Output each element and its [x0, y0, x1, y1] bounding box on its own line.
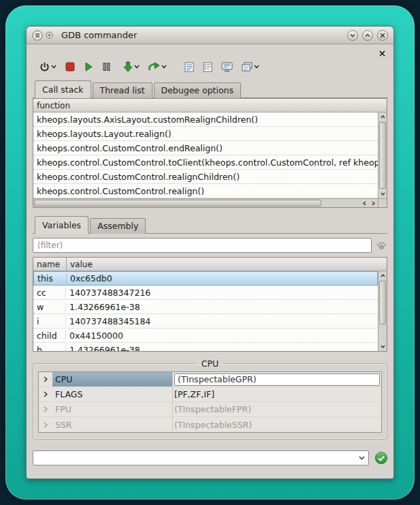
- tab-call-stack[interactable]: Call stack: [35, 80, 91, 98]
- call-stack-row[interactable]: kheops.layouts.AxisLayout.customRealignC…: [33, 112, 378, 127]
- pause-icon: [102, 62, 111, 72]
- variable-row-selected[interactable]: this 0xc65db0: [33, 271, 378, 286]
- cpu-row-value[interactable]: [PF,ZF,IF]: [172, 387, 381, 401]
- output-list-button[interactable]: [200, 60, 215, 74]
- decorative-frame: GDB commander: [5, 5, 415, 500]
- tab-variables[interactable]: Variables: [35, 216, 88, 234]
- value-column-header[interactable]: value: [67, 260, 96, 269]
- watch-monitor-button[interactable]: [219, 60, 236, 74]
- maximize-button[interactable]: [362, 30, 373, 41]
- call-stack-header[interactable]: function: [33, 99, 387, 112]
- pause-button[interactable]: [99, 60, 114, 74]
- stop-button[interactable]: [63, 60, 78, 74]
- scroll-right-icon[interactable]: [369, 199, 378, 208]
- dropdown-chevron-icon: [254, 65, 259, 69]
- tab-thread-list[interactable]: Thread list: [93, 82, 152, 98]
- cpu-row-label[interactable]: SSR: [52, 417, 172, 432]
- expand-chevron-icon[interactable]: [39, 376, 52, 382]
- cpu-row-label[interactable]: CPU: [52, 372, 172, 386]
- send-command-button[interactable]: [375, 452, 387, 464]
- menu-circle-icon[interactable]: [32, 30, 43, 41]
- titlebar[interactable]: GDB commander: [27, 27, 393, 44]
- name-column-header[interactable]: name: [33, 260, 66, 269]
- cpu-row-value[interactable]: (TInspectableSSR): [172, 417, 381, 432]
- scroll-thumb[interactable]: [379, 122, 386, 189]
- variable-row[interactable]: b 1.43266961e-38: [33, 343, 378, 351]
- dock-close-button[interactable]: [377, 48, 387, 58]
- cpu-row-value-editor[interactable]: (TInspectableGPR): [174, 373, 380, 386]
- cpu-row-fpu[interactable]: FPU (TInspectableFPR): [39, 402, 381, 417]
- combo-dropdown-icon[interactable]: [355, 451, 368, 465]
- debug-toolbar: [33, 57, 387, 76]
- cpu-row-value[interactable]: (TInspectableFPR): [172, 402, 381, 416]
- call-stack-panel: function kheops.layouts.AxisLayout.custo…: [33, 98, 387, 208]
- watch-monitor-icon: [221, 62, 233, 72]
- cpu-groupbox: CPU CPU (TInspectableGPR) FLAGS [PF,ZF,I…: [33, 358, 387, 440]
- filter-row: [33, 238, 387, 253]
- expand-chevron-icon[interactable]: [39, 406, 52, 412]
- cpu-row-ssr[interactable]: SSR (TInspectableSSR): [39, 417, 381, 432]
- step-into-icon: [123, 61, 133, 72]
- cpu-row-gpr[interactable]: CPU (TInspectableGPR): [39, 372, 381, 387]
- scroll-up-icon[interactable]: [378, 112, 387, 121]
- tab-assembly[interactable]: Assembly: [90, 218, 146, 234]
- variable-row[interactable]: w 1.43266961e-38: [33, 300, 378, 314]
- scroll-thumb[interactable]: [379, 281, 386, 324]
- power-button[interactable]: [37, 60, 59, 74]
- output-list-icon: [203, 62, 212, 72]
- call-stack-horizontal-scrollbar[interactable]: [33, 198, 387, 207]
- filter-input[interactable]: [33, 238, 372, 253]
- windows-cascade-button[interactable]: [239, 60, 262, 74]
- function-column-header[interactable]: function: [33, 101, 74, 110]
- gdb-command-input[interactable]: [33, 451, 355, 465]
- run-button[interactable]: [81, 60, 96, 74]
- gdb-commander-window: GDB commander: [26, 26, 394, 479]
- dropdown-chevron-icon: [161, 65, 167, 69]
- variable-row[interactable]: cc 140737488347216: [33, 286, 378, 300]
- call-stack-row[interactable]: kheops.control.CustomControl.realign(): [33, 184, 378, 198]
- breakpoints-doc-icon: [184, 62, 194, 72]
- close-button[interactable]: [377, 30, 388, 41]
- scroll-up-icon[interactable]: [378, 271, 387, 280]
- app-dot-icon: [46, 31, 53, 39]
- step-over-icon: [148, 62, 160, 72]
- scroll-left-icon[interactable]: [360, 199, 369, 208]
- step-into-button[interactable]: [120, 59, 142, 74]
- call-stack-vertical-scrollbar[interactable]: [378, 112, 387, 198]
- minimize-button[interactable]: [347, 30, 358, 41]
- power-icon: [39, 62, 50, 72]
- variable-row[interactable]: i 140737488345184: [33, 314, 378, 328]
- expand-chevron-icon[interactable]: [39, 391, 52, 397]
- stop-icon: [65, 62, 75, 72]
- expand-chevron-icon[interactable]: [39, 422, 52, 428]
- variables-vertical-scrollbar[interactable]: [378, 271, 387, 351]
- call-stack-row[interactable]: kheops.control.CustomControl.toClient(kh…: [33, 155, 378, 170]
- cpu-row-label[interactable]: FLAGS: [52, 387, 172, 401]
- tab-debugee-options[interactable]: Debugee options: [154, 82, 242, 98]
- mid-tabbar: Variables Assembly: [33, 217, 387, 234]
- call-stack-row[interactable]: kheops.control.CustomControl.endRealign(…: [33, 141, 378, 155]
- scroll-thumb[interactable]: [34, 200, 321, 206]
- call-stack-row[interactable]: kheops.control.CustomControl.realignChil…: [33, 170, 378, 184]
- ok-check-icon: [378, 455, 385, 461]
- window-title: GDB commander: [61, 30, 137, 40]
- variables-rows: this 0xc65db0 cc 140737488347216 w 1.432…: [33, 271, 378, 351]
- run-icon: [84, 62, 93, 72]
- call-stack-row[interactable]: kheops.layouts.Layout.realign(): [33, 127, 378, 141]
- windows-cascade-icon: [242, 62, 253, 72]
- scrollbar-corner: [378, 199, 387, 207]
- gdb-command-combobox[interactable]: [33, 450, 369, 465]
- dropdown-chevron-icon: [51, 65, 56, 69]
- step-over-button[interactable]: [146, 60, 169, 74]
- cpu-row-label[interactable]: FPU: [52, 402, 172, 416]
- scroll-down-icon[interactable]: [378, 342, 387, 351]
- variables-header[interactable]: name value: [33, 258, 387, 271]
- filter-paw-icon[interactable]: [376, 241, 387, 250]
- breakpoints-button[interactable]: [182, 60, 197, 74]
- cpu-inspector: CPU (TInspectableGPR) FLAGS [PF,ZF,IF] F…: [38, 371, 382, 433]
- command-line-row: [33, 450, 387, 465]
- variables-panel: name value this 0xc65db0 cc 140737488347…: [33, 257, 387, 352]
- cpu-row-flags[interactable]: FLAGS [PF,ZF,IF]: [39, 387, 381, 402]
- variable-row[interactable]: child 0x44150000: [33, 328, 378, 343]
- scroll-down-icon[interactable]: [378, 189, 387, 198]
